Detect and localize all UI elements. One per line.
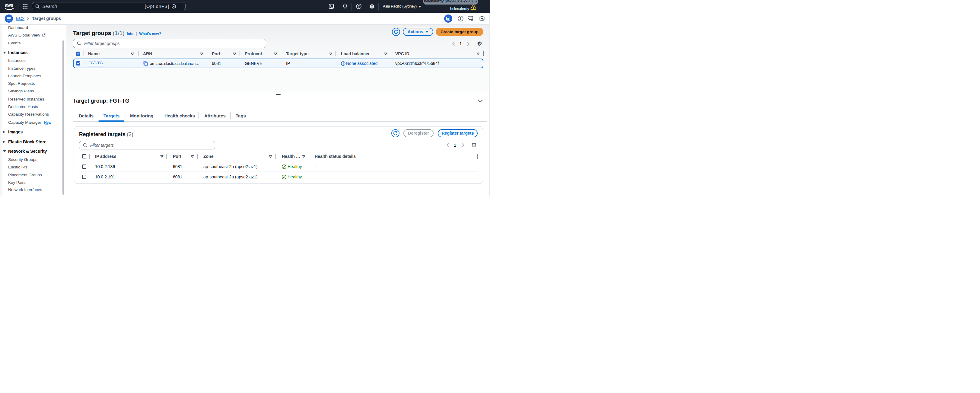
svg-text:?: ? — [358, 5, 360, 8]
svg-text:aws: aws — [5, 2, 13, 8]
